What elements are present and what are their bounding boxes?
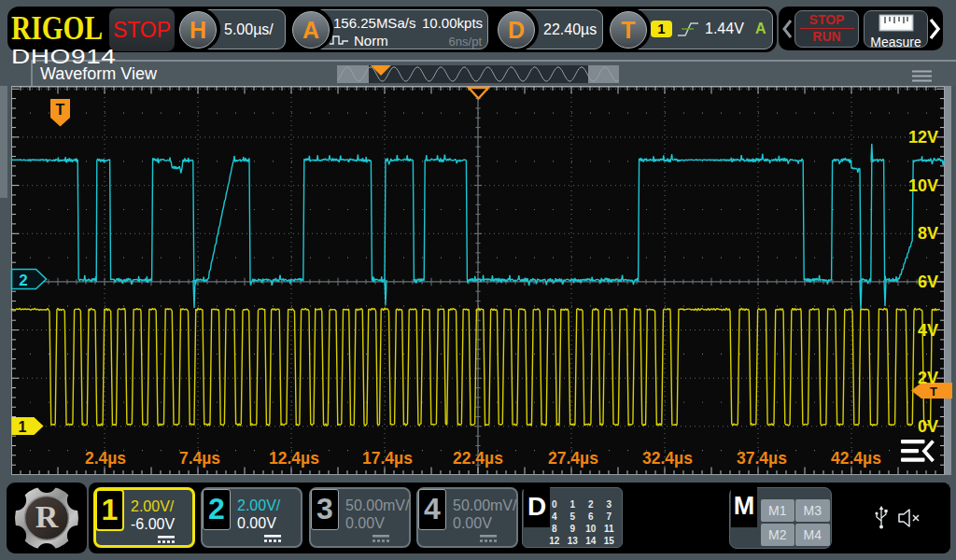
svg-text:R: R — [35, 499, 59, 534]
svg-text:2V: 2V — [918, 369, 938, 387]
svg-text:17.4µs: 17.4µs — [362, 449, 413, 468]
svg-text:4V: 4V — [918, 321, 938, 340]
svg-text:37.4µs: 37.4µs — [737, 449, 787, 468]
svg-text:32.4µs: 32.4µs — [642, 449, 693, 468]
svg-text:10V: 10V — [908, 176, 938, 195]
svg-text:2.4µs: 2.4µs — [85, 449, 126, 468]
svg-text:T: T — [56, 102, 65, 118]
svg-text:22.4µs: 22.4µs — [453, 449, 503, 468]
svg-text:12.4µs: 12.4µs — [269, 449, 319, 468]
svg-text:1: 1 — [19, 419, 27, 435]
svg-text:8V: 8V — [918, 224, 938, 243]
svg-text:42.4µs: 42.4µs — [831, 449, 881, 468]
svg-text:0V: 0V — [918, 417, 938, 436]
svg-text:7.4µs: 7.4µs — [179, 449, 220, 468]
svg-text:2: 2 — [19, 272, 27, 289]
svg-text:6V: 6V — [918, 273, 938, 291]
svg-text:12V: 12V — [908, 128, 938, 147]
svg-text:27.4µs: 27.4µs — [548, 449, 598, 468]
